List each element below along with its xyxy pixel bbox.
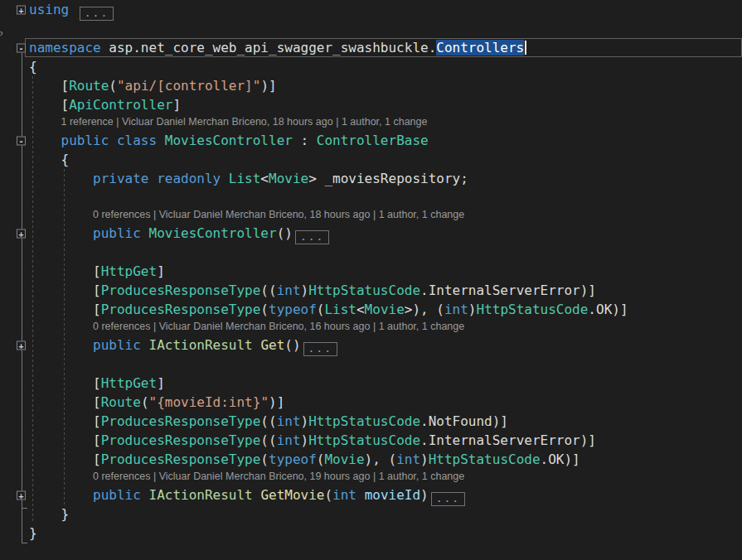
- code-line[interactable]: [ProducesResponseType(typeof(List<Movie>…: [0, 300, 742, 319]
- blank-line[interactable]: [0, 188, 742, 207]
- code-token-type: HttpGet: [101, 375, 157, 391]
- code-token-txt: [: [29, 432, 101, 448]
- code-token-txt: <: [260, 171, 269, 186]
- code-token-kw: typeof: [269, 302, 317, 317]
- code-token-type: MoviesController: [165, 133, 293, 148]
- code-token-txt: .OK)]: [588, 302, 628, 317]
- code-token-kw: public: [93, 487, 148, 503]
- code-line[interactable]: + public IActionResult Get()...: [0, 336, 742, 355]
- code-line[interactable]: - public class MoviesController : Contro…: [0, 131, 742, 150]
- code-token-type: Route: [69, 78, 109, 94]
- fold-marker-collapsed[interactable]: +: [17, 5, 26, 14]
- code-line[interactable]: {: [0, 57, 742, 76]
- code-token-type: HttpStatusCode: [308, 282, 420, 298]
- code-token-type: HttpStatusCode: [308, 413, 420, 429]
- code-line[interactable]: }: [0, 504, 742, 524]
- code-token-kw: int: [277, 432, 301, 448]
- codelens-line[interactable]: 0 references | Vicluar Daniel Merchan Br…: [0, 469, 742, 485]
- code-line[interactable]: +using ...: [0, 0, 742, 19]
- code-line[interactable]: [HttpGet]: [0, 374, 742, 393]
- code-token-txt: ): [468, 302, 477, 317]
- code-token-kw: public: [93, 337, 148, 353]
- code-token-txt: (): [284, 337, 300, 353]
- code-token-type: MoviesController: [149, 225, 277, 241]
- code-token-type: ProducesResponseType: [101, 302, 261, 317]
- code-editor[interactable]: { "colors": { "bg": "#1e1e1e", "kw": "#5…: [0, 0, 742, 560]
- code-token-kw: namespace: [29, 40, 101, 56]
- code-token-txt: (: [109, 78, 117, 94]
- code-token-kw: using: [29, 2, 77, 17]
- selected-text: Controllers: [436, 40, 524, 56]
- blank-line[interactable]: [0, 19, 742, 38]
- fold-marker-collapsed[interactable]: +: [17, 229, 26, 238]
- code-line[interactable]: private readonly List<Movie> _moviesRepo…: [0, 169, 742, 188]
- code-token-txt: [: [29, 263, 101, 279]
- text-cursor: [525, 41, 526, 55]
- code-line[interactable]: + public MoviesController()...: [0, 224, 742, 243]
- code-token-kw: int: [332, 487, 356, 503]
- code-token-txt: [29, 487, 93, 503]
- code-token-type: ProducesResponseType: [101, 282, 261, 298]
- code-token-iface: IActionResult: [149, 337, 253, 353]
- code-token-txt: ((: [260, 432, 276, 448]
- code-line[interactable]: {: [0, 150, 742, 169]
- code-token-type: HttpGet: [101, 263, 157, 279]
- code-line[interactable]: + public IActionResult GetMovie(int movi…: [0, 485, 742, 504]
- codelens-line[interactable]: 0 references | Vicluar Daniel Merchan Br…: [0, 319, 742, 336]
- code-token-txt: {: [29, 152, 69, 167]
- fold-marker-expanded[interactable]: -: [17, 43, 26, 52]
- outline-end-tick: [22, 508, 27, 509]
- code-line[interactable]: [HttpGet]: [0, 262, 742, 281]
- code-token-kw: public class: [61, 133, 165, 148]
- code-token-txt: [: [29, 375, 101, 391]
- blank-line[interactable]: [0, 243, 742, 262]
- code-token-type: HttpStatusCode: [477, 302, 589, 317]
- code-token-txt: ): [301, 282, 309, 298]
- blank-line[interactable]: [0, 543, 742, 560]
- code-token-txt: (: [317, 451, 325, 467]
- code-token-kw: int: [444, 302, 468, 317]
- code-token-type: ControllerBase: [317, 133, 429, 148]
- fold-marker-collapsed[interactable]: +: [17, 490, 26, 500]
- code-line[interactable]: -namespace asp.net_core_web_api_swagger_…: [0, 38, 742, 57]
- code-token-kw: private readonly: [93, 171, 229, 186]
- code-line[interactable]: [Route("{movieId:int}")]: [0, 393, 742, 412]
- fold-marker-expanded[interactable]: -: [17, 136, 26, 145]
- code-token-txt: .NotFound)]: [420, 413, 508, 429]
- code-token-type: ApiController: [69, 97, 172, 113]
- codelens-line[interactable]: 0 references | Vicluar Daniel Merchan Br…: [0, 207, 742, 224]
- code-line[interactable]: [ProducesResponseType((int)HttpStatusCod…: [0, 431, 742, 450]
- code-token-txt: ((: [260, 282, 276, 298]
- code-token-kw: int: [277, 282, 301, 298]
- code-token-txt: ]: [157, 263, 165, 279]
- code-token-param: movieId: [365, 487, 420, 503]
- codelens-line[interactable]: 1 reference | Vicluar Daniel Merchan Bri…: [0, 114, 742, 131]
- code-token-type: Route: [101, 394, 141, 410]
- blank-line[interactable]: [0, 355, 742, 374]
- code-token-txt: [: [29, 413, 101, 429]
- fold-marker-collapsed[interactable]: +: [17, 340, 26, 350]
- code-token-txt: )]: [269, 394, 284, 410]
- code-token-txt: }: [29, 506, 69, 522]
- code-token-txt: .InternalServerError)]: [420, 432, 596, 448]
- code-token-type: HttpStatusCode: [308, 432, 420, 448]
- code-token-str: "api/[controller]": [117, 78, 260, 94]
- margin-glyph: ?: [0, 30, 2, 43]
- code-token-txt: [29, 337, 93, 353]
- code-line[interactable]: [ProducesResponseType(typeof(Movie), (in…: [0, 450, 742, 469]
- code-line[interactable]: [Route("api/[controller]")]: [0, 76, 742, 95]
- code-line[interactable]: [ProducesResponseType((int)HttpStatusCod…: [0, 281, 742, 300]
- indent-guide: [32, 76, 33, 524]
- code-viewport[interactable]: +using ...-namespace asp.net_core_web_ap…: [0, 0, 742, 560]
- code-token-txt: [29, 225, 93, 241]
- code-token-txt: [29, 133, 61, 148]
- code-token-txt: :: [293, 133, 317, 148]
- code-token-txt: [: [29, 302, 101, 317]
- outline-end-tick: [22, 543, 27, 543]
- code-line[interactable]: }: [0, 524, 742, 543]
- code-token-txt: asp.net_core_web_api_swagger_swashbuckle…: [101, 40, 437, 56]
- code-line[interactable]: [ProducesResponseType((int)HttpStatusCod…: [0, 412, 742, 431]
- code-token-txt: ]: [172, 97, 181, 113]
- code-token-txt: [29, 171, 93, 186]
- code-line[interactable]: [ApiController]: [0, 95, 742, 114]
